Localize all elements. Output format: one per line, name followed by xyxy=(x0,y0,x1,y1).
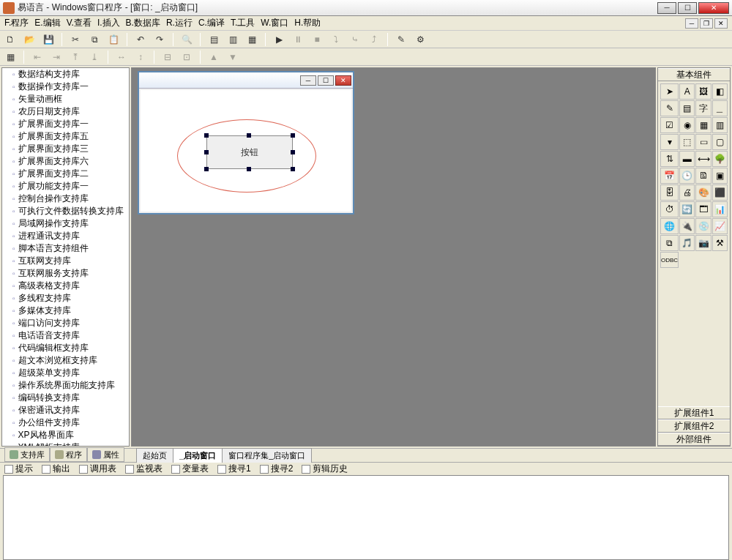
library-tree[interactable]: 数据结构支持库数据操作支持库一矢量动画框农历日期支持库扩展界面支持库一扩展界面支… xyxy=(2,68,129,446)
menu-tools[interactable]: T.工具 xyxy=(231,17,255,29)
library-item[interactable]: 控制台操作支持库 xyxy=(2,193,129,205)
center-h-button[interactable]: ⊟ xyxy=(160,50,175,64)
selection-handle[interactable] xyxy=(204,150,209,154)
tool-time[interactable]: 🕒 xyxy=(679,168,695,184)
library-item[interactable]: 扩展界面支持库一 xyxy=(2,118,129,130)
tool-progress[interactable]: ▬ xyxy=(679,151,695,167)
library-item[interactable]: 进程通讯支持库 xyxy=(2,230,129,242)
window-minimize-button[interactable]: ─ xyxy=(657,2,676,14)
tool-list[interactable]: ▥ xyxy=(712,117,728,133)
library-item[interactable]: 超文本浏览框支持库 xyxy=(2,354,129,367)
menu-view[interactable]: V.查看 xyxy=(67,17,92,29)
tool-button-a[interactable]: ✎ xyxy=(394,32,408,47)
selection-handle[interactable] xyxy=(204,133,209,138)
open-file-button[interactable]: 📂 xyxy=(22,32,37,47)
save-file-button[interactable]: 💾 xyxy=(41,32,56,47)
library-item[interactable]: 脚本语言支持组件 xyxy=(2,242,129,255)
mdi-close-button[interactable]: ✕ xyxy=(714,18,728,29)
library-item[interactable]: 互联网支持库 xyxy=(2,255,129,267)
tool-frame[interactable]: ▣ xyxy=(712,168,728,184)
bring-front-button[interactable]: ▲ xyxy=(206,50,221,64)
library-item[interactable]: 扩展界面支持库三 xyxy=(2,143,129,155)
library-item[interactable]: 农历日期支持库 xyxy=(2,105,129,118)
library-item[interactable]: 扩展功能支持库一 xyxy=(2,180,129,193)
form-close-button[interactable]: ✕ xyxy=(335,75,351,86)
library-item[interactable]: 超级菜单支持库 xyxy=(2,367,129,379)
tool-cam[interactable]: 📷 xyxy=(695,235,711,251)
left-tab-program[interactable]: 程序 xyxy=(50,448,87,462)
menu-edit[interactable]: E.编辑 xyxy=(34,17,60,29)
tool-line[interactable]: ＿ xyxy=(712,100,728,116)
run-button[interactable]: ▶ xyxy=(272,32,286,47)
align-left-button[interactable]: ⇤ xyxy=(30,50,45,64)
bottom-tab-hint[interactable]: 提示 xyxy=(4,463,33,475)
tool-window[interactable]: 🗔 xyxy=(695,201,711,217)
tool-edit[interactable]: ✎ xyxy=(660,100,679,116)
library-item[interactable]: XML解析支持库 xyxy=(2,441,129,446)
tool-tree[interactable]: 🌳 xyxy=(712,151,728,167)
library-item[interactable]: 矢量动画框 xyxy=(2,93,129,105)
library-item[interactable]: 多媒体支持库 xyxy=(2,305,129,317)
left-tab-library[interactable]: 支持库 xyxy=(4,448,50,462)
tool-combo[interactable]: ▾ xyxy=(660,134,679,150)
button-control[interactable]: 按钮 xyxy=(206,135,293,169)
layout-button-1[interactable]: ▤ xyxy=(206,32,221,47)
tool-date[interactable]: 📅 xyxy=(660,168,679,184)
tool-refresh[interactable]: 🔄 xyxy=(679,201,695,217)
palette-header-ext1[interactable]: 扩展组件1 xyxy=(658,406,730,419)
tool-slider[interactable]: ⟷ xyxy=(695,151,711,167)
form-designer-window[interactable]: ─ ☐ ✕ 按钮 xyxy=(138,71,354,214)
palette-header-basic[interactable]: 基本组件 xyxy=(658,68,730,81)
tool-report[interactable]: 📊 xyxy=(712,201,728,217)
library-item[interactable]: 电话语音支持库 xyxy=(2,329,129,342)
tool-memo[interactable]: ▤ xyxy=(679,100,695,116)
bottom-tab-find1[interactable]: 搜寻1 xyxy=(217,463,251,475)
tool-timer[interactable]: ⏱ xyxy=(660,201,679,217)
mdi-restore-button[interactable]: ❐ xyxy=(700,18,713,29)
tool-tab[interactable]: ▭ xyxy=(695,134,711,150)
align-bottom-button[interactable]: ⤓ xyxy=(87,50,102,64)
tool-button2[interactable]: ⬚ xyxy=(679,134,695,150)
same-width-button[interactable]: ↔ xyxy=(114,50,129,64)
paste-button[interactable]: 📋 xyxy=(106,32,121,47)
menu-run[interactable]: R.运行 xyxy=(166,17,193,29)
selection-handle[interactable] xyxy=(247,167,251,171)
doc-tab-startpage[interactable]: 起始页 xyxy=(136,448,173,463)
library-item[interactable]: 数据操作支持库一 xyxy=(2,81,129,93)
selection-handle[interactable] xyxy=(247,133,251,138)
doc-tab-winprogset[interactable]: 窗口程序集_启动窗口 xyxy=(222,448,312,463)
tool-misc[interactable]: ⚒ xyxy=(712,235,728,251)
tool-image2[interactable]: 🖻 xyxy=(695,168,711,184)
tool-grid[interactable]: ▦ xyxy=(695,117,711,133)
tool-print[interactable]: 🖨 xyxy=(679,184,695,201)
selection-handle[interactable] xyxy=(291,167,295,171)
doc-tab-startwindow[interactable]: _启动窗口 xyxy=(173,448,223,463)
library-item[interactable]: 端口访问支持库 xyxy=(2,317,129,329)
library-item[interactable]: 保密通讯支持库 xyxy=(2,404,129,417)
tool-disk[interactable]: 💿 xyxy=(695,218,711,234)
library-item[interactable]: 互联网服务支持库 xyxy=(2,267,129,280)
tool-db[interactable]: 🗄 xyxy=(660,184,679,201)
menu-insert[interactable]: I.插入 xyxy=(97,17,120,29)
menu-compile[interactable]: C.编译 xyxy=(198,17,225,29)
bottom-tab-calltable[interactable]: 调用表 xyxy=(79,463,116,475)
palette-header-ext2[interactable]: 扩展组件2 xyxy=(658,419,730,433)
menu-program[interactable]: F.程序 xyxy=(4,17,29,29)
tool-media[interactable]: 🎵 xyxy=(679,235,695,251)
tool-font[interactable]: 字 xyxy=(695,100,711,116)
selection-handle[interactable] xyxy=(291,133,295,138)
center-v-button[interactable]: ⊡ xyxy=(179,50,194,64)
tool-radio[interactable]: ◉ xyxy=(679,117,695,133)
menu-window[interactable]: W.窗口 xyxy=(261,17,288,29)
align-top-button[interactable]: ⤒ xyxy=(68,50,83,64)
undo-button[interactable]: ↶ xyxy=(133,32,148,47)
tool-odbc[interactable]: ODBC xyxy=(660,252,679,268)
tool-color[interactable]: 🎨 xyxy=(695,184,711,201)
window-maximize-button[interactable]: ☐ xyxy=(678,2,697,14)
tool-label[interactable]: A xyxy=(679,83,695,100)
tool-serial[interactable]: ⧉ xyxy=(660,235,679,251)
tool-scroll[interactable]: ⇅ xyxy=(660,151,679,167)
library-item[interactable]: XP风格界面库 xyxy=(2,429,129,441)
output-panel[interactable] xyxy=(3,475,729,560)
tool-shape[interactable]: ◧ xyxy=(712,83,728,100)
